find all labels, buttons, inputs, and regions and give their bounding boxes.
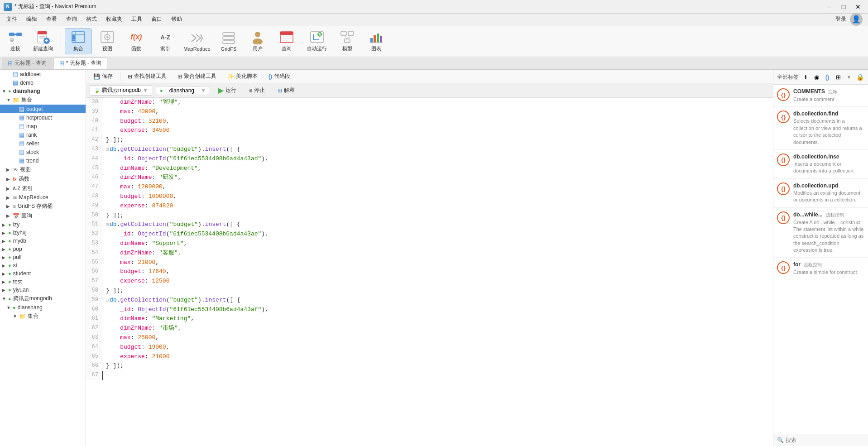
find-build-button[interactable]: ⊞ 查找创建工具	[124, 72, 170, 81]
line-content-47[interactable]: max: 1200000,	[102, 182, 166, 192]
line-content-48[interactable]: budget: 1000000,	[102, 192, 177, 201]
tab-2[interactable]: ⊞ * 无标题 - 查询	[53, 58, 108, 69]
line-content-59[interactable]: ⊟db.getCollection("budget").insert([ {	[102, 296, 240, 305]
line-content-44[interactable]: _id: ObjectId("61f61ec5534408b6ad4a43ad"…	[102, 154, 269, 164]
menu-query[interactable]: 查询	[62, 14, 82, 24]
line-content-45[interactable]: dimName: "Development",	[102, 164, 201, 173]
sidebar-item-mydb[interactable]: ▶ ● mydb	[0, 237, 86, 245]
line-content-58[interactable]: } ]);	[102, 286, 124, 296]
braces-icon[interactable]: ()	[823, 72, 832, 82]
sidebar-item-dianshang[interactable]: ▼ ● dianshang	[0, 87, 86, 95]
line-content-60[interactable]: _id: ObjectId("61f61ec5534408b6ad4a43af"…	[102, 305, 269, 315]
grid-icon[interactable]: ⊞	[834, 72, 843, 82]
sidebar-item-si[interactable]: ▶ ● si	[0, 261, 86, 269]
line-content-67[interactable]: ​	[102, 371, 107, 380]
autorun-button[interactable]: 自动运行	[302, 28, 332, 54]
sidebar-item-budget[interactable]: ▤ budget	[0, 105, 86, 113]
menu-view[interactable]: 查看	[42, 14, 62, 24]
line-content-50[interactable]: } ]);	[102, 211, 124, 221]
info-icon[interactable]: ℹ	[801, 72, 810, 82]
sidebar-item-stock[interactable]: ▤ stock	[0, 148, 86, 156]
run-button[interactable]: ▶ 运行	[214, 85, 241, 96]
line-content-61[interactable]: dimName: "Marketing",	[102, 314, 194, 324]
sidebar-item-test[interactable]: ▶ ● test	[0, 278, 86, 286]
sidebar-item-tencentmongo[interactable]: ▼ ● 腾讯云mongodb	[0, 294, 86, 303]
line-content-41[interactable]: expense: 34500	[102, 126, 169, 135]
sidebar-item-pull[interactable]: ▶ ● pull	[0, 253, 86, 261]
line-content-57[interactable]: expense: 12500	[102, 277, 169, 286]
line-content-64[interactable]: budget: 19000,	[102, 343, 169, 352]
line-content-52[interactable]: _id: ObjectId("61f61ec5534408b6ad4a43ae"…	[102, 230, 269, 239]
sidebar-item-view-group[interactable]: ▶ 👁 视图	[0, 165, 86, 174]
code-snippet-button[interactable]: () 代码段	[265, 72, 294, 81]
sidebar-item-demo[interactable]: ▤ demo	[0, 78, 86, 87]
sidebar-item-lzy[interactable]: ▶ ● lzy	[0, 221, 86, 229]
sidebar-item-seller[interactable]: ▤ seller	[0, 139, 86, 148]
sidebar-item-yiyuan[interactable]: ▶ ● yiyuan	[0, 286, 86, 294]
function-button[interactable]: f(x) 函数	[123, 28, 150, 54]
code-editor[interactable]: 38 dimZhName: "管理", 39 max: 40000, 40 bu…	[86, 98, 773, 446]
aggregate-build-button[interactable]: ⊞ 聚合创建工具	[174, 72, 220, 81]
sidebar-item-collection-group[interactable]: ▼ 📁 集合	[0, 95, 86, 105]
sidebar-item-gridfs-group[interactable]: ▶ ≡ GridFS 存储桶	[0, 201, 86, 211]
new-query-button[interactable]: + 新建查询	[29, 28, 57, 54]
maximize-button[interactable]: □	[837, 2, 850, 11]
sidebar-item-lzyhxj[interactable]: ▶ ● lzyhxj	[0, 229, 86, 237]
sidebar-item-addtoset[interactable]: ▤ addtoset	[0, 70, 86, 78]
snippet-for[interactable]: {} for 流程控制 Create a simple for construc…	[773, 258, 868, 280]
sidebar-item-rank[interactable]: ▤ rank	[0, 130, 86, 139]
search-input[interactable]	[786, 437, 864, 443]
line-content-43[interactable]: ⊟db.getCollection("budget").insert([ {	[102, 145, 240, 154]
sidebar-item-trend[interactable]: ▤ trend	[0, 156, 86, 165]
sidebar-item-hotproduct[interactable]: ▤ hotproduct	[0, 113, 86, 122]
snippet-update[interactable]: {} db.collection.upd Modifies an existin…	[773, 179, 868, 208]
line-content-39[interactable]: max: 40000,	[102, 107, 159, 117]
query-button[interactable]: 查询	[273, 28, 300, 54]
menu-window[interactable]: 窗口	[147, 14, 167, 24]
tag-dropdown-icon[interactable]: ▼	[844, 72, 854, 82]
sidebar-item-index-group[interactable]: ▶ A-Z 索引	[0, 184, 86, 193]
line-content-54[interactable]: dimZhName: "客服",	[102, 249, 181, 258]
line-content-42[interactable]: } ]);	[102, 135, 124, 145]
save-button[interactable]: 💾 保存	[90, 72, 116, 81]
gridfs-button[interactable]: GridFS	[215, 28, 242, 54]
line-content-56[interactable]: budget: 17640,	[102, 267, 169, 277]
minimize-button[interactable]: ─	[823, 2, 835, 11]
snippet-comments[interactable]: {} COMMENTS 注释 Create a comment	[773, 85, 868, 107]
mapreduce-button[interactable]: MapReduce	[181, 28, 213, 54]
connect-button[interactable]: + 连接	[4, 28, 27, 54]
tab-1[interactable]: ⊞ 无标题 - 查询	[2, 58, 53, 69]
database-selector[interactable]: ● dianshang ▼	[156, 86, 210, 95]
explain-button[interactable]: ⊞ 解释	[273, 86, 299, 95]
user-button[interactable]: 用户	[244, 28, 271, 54]
menu-favorites[interactable]: 收藏夹	[101, 14, 127, 24]
line-content-51[interactable]: ⊟db.getCollection("budget").insert([ {	[102, 220, 240, 230]
sidebar-item-map[interactable]: ▤ map	[0, 122, 86, 130]
line-content-53[interactable]: dimName: "Support",	[102, 239, 187, 249]
line-content-63[interactable]: max: 25000,	[102, 333, 159, 343]
lock-icon[interactable]: 🔒	[855, 72, 864, 82]
menu-help[interactable]: 帮助	[167, 14, 187, 24]
menu-edit[interactable]: 编辑	[22, 14, 42, 24]
stop-button[interactable]: ■ 停止	[245, 86, 269, 95]
line-content-62[interactable]: dimZhName: "市场",	[102, 324, 181, 333]
line-content-65[interactable]: expense: 21000	[102, 352, 169, 362]
beautify-button[interactable]: ✨ 美化脚本	[224, 72, 261, 81]
line-content-49[interactable]: expense: 874820	[102, 201, 173, 211]
line-content-46[interactable]: dimZhName: "研发",	[102, 173, 181, 182]
sidebar-item-mapreduce-group[interactable]: ▶ ≋ MapReduce	[0, 193, 86, 201]
line-content-38[interactable]: dimZhName: "管理",	[102, 98, 181, 107]
model-button[interactable]: 模型	[334, 28, 361, 54]
login-button[interactable]: 登录	[835, 15, 846, 23]
user-avatar[interactable]: 👤	[850, 13, 863, 26]
snippet-insert[interactable]: {} db.collection.inse Inserts a document…	[773, 150, 868, 179]
snippet-find[interactable]: {} db.collection.find Selects documents …	[773, 107, 868, 150]
snippet-dowhile[interactable]: {} do...while... 流程控制 Create A do...whil…	[773, 208, 868, 258]
line-content-40[interactable]: budget: 32100,	[102, 117, 169, 126]
sidebar-item-query-group[interactable]: ▶ 📅 查询	[0, 211, 86, 221]
close-button[interactable]: ✕	[852, 2, 864, 11]
menu-file[interactable]: 文件	[2, 14, 22, 24]
menu-format[interactable]: 格式	[82, 14, 101, 24]
line-content-55[interactable]: max: 21000,	[102, 258, 159, 268]
line-content-66[interactable]: } ]);	[102, 361, 124, 371]
